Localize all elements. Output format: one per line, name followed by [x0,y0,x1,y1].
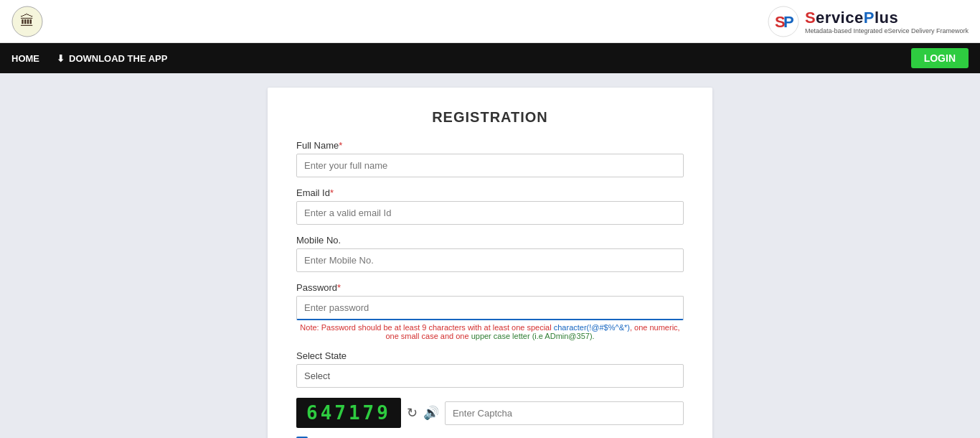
serviceplus-title: ServicePlus [805,9,969,27]
download-icon: ⬇ [57,53,65,64]
full-name-input[interactable] [296,154,684,177]
india-emblem: 🏛 [11,6,43,37]
nav-download[interactable]: ⬇ DOWNLOAD THE APP [57,53,167,64]
sp-logo-icon: S P [768,6,799,37]
password-note: Note: Password should be at least 9 char… [296,323,684,340]
captcha-refresh-icon[interactable]: ↻ [407,405,418,421]
mobile-label: Mobile No. [296,235,684,246]
emblem-container: 🏛 [11,6,43,37]
captcha-row: 647179 ↻ 🔊 [296,398,684,428]
login-button[interactable]: LOGIN [911,48,969,68]
captcha-input[interactable] [445,401,684,425]
full-name-label: Full Name* [296,140,684,151]
select-state-group: Select State Select [296,350,684,388]
password-input[interactable] [296,296,684,320]
email-input[interactable] [296,201,684,225]
captcha-value: 647179 [306,402,391,424]
main-content: REGISTRATION Full Name* Email Id* Mobile… [0,73,980,438]
password-label: Password* [296,282,684,293]
mobile-input[interactable] [296,248,684,272]
select-state-label: Select State [296,350,684,361]
serviceplus-subtitle: Metadata-based Integrated eService Deliv… [805,27,969,34]
home-label: HOME [11,53,39,64]
svg-text:P: P [783,13,794,31]
navbar-left: HOME ⬇ DOWNLOAD THE APP [11,53,167,64]
svg-text:🏛: 🏛 [20,13,34,29]
serviceplus-text: ServicePlus Metadata-based Integrated eS… [805,9,969,34]
full-name-group: Full Name* [296,140,684,177]
captcha-image: 647179 [296,398,401,428]
mobile-group: Mobile No. [296,235,684,272]
nav-home[interactable]: HOME [11,53,39,64]
email-label: Email Id* [296,187,684,198]
download-label: DOWNLOAD THE APP [69,53,167,64]
form-title: REGISTRATION [296,109,684,126]
captcha-speaker-icon[interactable]: 🔊 [423,405,439,421]
header: 🏛 S P ServicePlus Metadata-based Integra… [0,0,980,43]
password-group: Password* Note: Password should be at le… [296,282,684,340]
serviceplus-logo: S P ServicePlus Metadata-based Integrate… [768,6,969,37]
select-state-dropdown[interactable]: Select [296,364,684,388]
email-group: Email Id* [296,187,684,225]
registration-form-card: REGISTRATION Full Name* Email Id* Mobile… [268,88,712,438]
navbar: HOME ⬇ DOWNLOAD THE APP LOGIN [0,43,980,73]
